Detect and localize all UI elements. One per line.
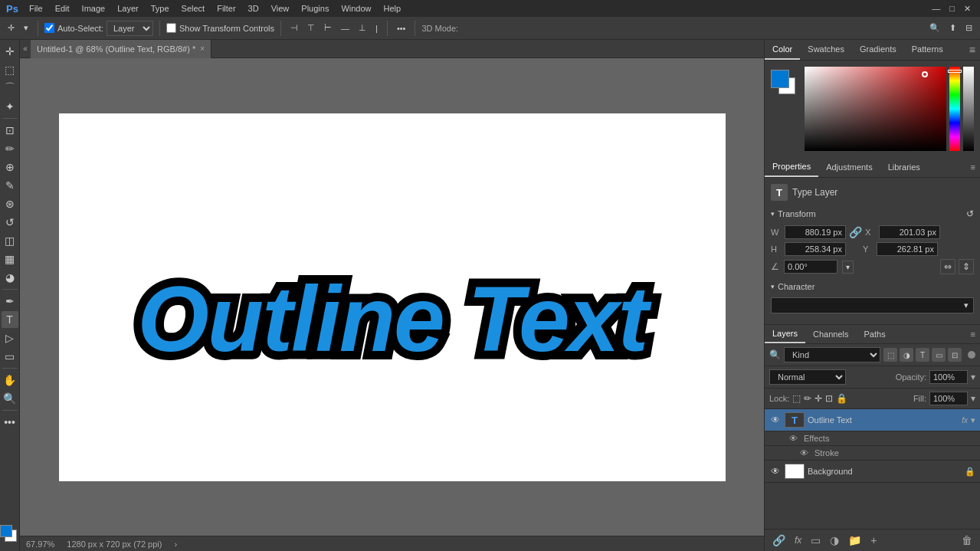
add-style-btn[interactable]: fx: [792, 533, 805, 547]
menu-window[interactable]: Window: [335, 2, 377, 15]
spot-heal-tool[interactable]: ⊕: [2, 159, 18, 175]
canvas-tab[interactable]: Untitled-1 @ 68% (Outline Text, RGB/8#) …: [31, 40, 211, 58]
move-tool[interactable]: ✛: [2, 43, 18, 60]
menu-edit[interactable]: Edit: [49, 2, 76, 15]
filter-smart-btn[interactable]: ⊡: [948, 348, 962, 362]
share-btn[interactable]: ⬆: [946, 21, 959, 34]
minimize-btn[interactable]: —: [929, 2, 943, 15]
close-btn[interactable]: ✕: [961, 2, 974, 15]
show-transform-checkbox[interactable]: [166, 23, 176, 33]
menu-select[interactable]: Select: [175, 2, 211, 15]
filter-type-select[interactable]: Kind Name Effect: [784, 347, 880, 362]
menu-image[interactable]: Image: [76, 2, 112, 15]
pen-tool[interactable]: ✒: [2, 293, 18, 310]
select-tool[interactable]: ⬚: [2, 61, 18, 78]
layer-select[interactable]: Layer Group: [107, 21, 153, 36]
opacity-slider[interactable]: [963, 67, 974, 151]
opacity-input[interactable]: 100%: [929, 370, 968, 384]
fill-dropdown-btn[interactable]: ▾: [971, 393, 975, 404]
link-icon[interactable]: 🔗: [849, 226, 862, 238]
align-bottom-btn[interactable]: |: [372, 22, 381, 34]
menu-help[interactable]: Help: [378, 2, 408, 15]
dodge-tool[interactable]: ◕: [2, 269, 18, 286]
align-top-btn[interactable]: —: [338, 22, 352, 34]
filter-adjust-btn[interactable]: ◑: [900, 348, 913, 362]
tab-close-btn[interactable]: ×: [200, 44, 205, 53]
align-center-h-btn[interactable]: ⊤: [304, 21, 318, 34]
menu-file[interactable]: File: [23, 2, 49, 15]
menu-plugins[interactable]: Plugins: [295, 2, 335, 15]
angle-input[interactable]: 0.00°: [784, 260, 837, 274]
transform-section-title[interactable]: ▾ Transform ↺: [771, 208, 974, 219]
tab-swatches[interactable]: Swatches: [800, 40, 852, 60]
tab-adjustments[interactable]: Adjustments: [818, 158, 880, 176]
lock-position-btn[interactable]: ✛: [814, 393, 822, 404]
filter-type-btn[interactable]: T: [916, 348, 929, 362]
align-left-btn[interactable]: ⊣: [287, 21, 301, 34]
canvas-wrapper[interactable]: Outline Text Outline Text: [20, 58, 764, 536]
layer-outline-text[interactable]: 👁 T Outline Text fx ▾: [765, 409, 980, 431]
maximize-btn[interactable]: □: [946, 2, 958, 15]
opacity-dropdown-btn[interactable]: ▾: [971, 372, 975, 382]
layer-expand-icon[interactable]: ▾: [971, 415, 975, 425]
filter-shape-btn[interactable]: ▭: [932, 348, 946, 362]
shape-tool[interactable]: ▭: [2, 348, 18, 365]
hand-tool[interactable]: ✋: [2, 372, 18, 389]
flip-h-btn[interactable]: ⇔: [940, 259, 955, 274]
tab-channels[interactable]: Channels: [805, 326, 856, 343]
tab-gradients[interactable]: Gradients: [852, 40, 904, 60]
path-select-tool[interactable]: ▷: [2, 330, 18, 346]
gradient-tool[interactable]: ▦: [2, 251, 18, 267]
panels-btn[interactable]: ⊟: [962, 21, 975, 34]
height-input[interactable]: 258.34 px: [785, 242, 846, 256]
align-right-btn[interactable]: ⊢: [321, 21, 335, 34]
stroke-eye-icon[interactable]: 👁: [800, 448, 808, 458]
tab-paths[interactable]: Paths: [857, 326, 893, 343]
fg-color[interactable]: [771, 70, 789, 88]
clone-tool[interactable]: ⊛: [2, 195, 18, 212]
bg-visibility-toggle[interactable]: 👁: [769, 465, 782, 477]
effects-eye-icon[interactable]: 👁: [789, 434, 798, 443]
angle-dropdown-btn[interactable]: ▾: [842, 261, 854, 274]
color-panel-menu-icon[interactable]: ≡: [965, 44, 980, 56]
layer-effects-group[interactable]: 👁 Effects: [765, 431, 980, 446]
width-input[interactable]: 880.19 px: [785, 225, 846, 239]
layer-visibility-toggle[interactable]: 👁: [769, 414, 782, 426]
transform-reset-icon[interactable]: ↺: [966, 208, 974, 219]
search-btn[interactable]: 🔍: [926, 21, 943, 34]
magic-wand-tool[interactable]: ✦: [2, 98, 18, 115]
move-tool-icon[interactable]: ✛: [5, 21, 18, 34]
delete-layer-btn[interactable]: 🗑: [959, 533, 975, 548]
color-spectrum[interactable]: [805, 67, 946, 151]
nav-arrow[interactable]: ›: [174, 540, 177, 549]
more-tools-btn[interactable]: •••: [2, 414, 18, 431]
filter-pixel-btn[interactable]: ⬚: [883, 348, 897, 362]
new-adjustment-btn[interactable]: ◑: [827, 533, 842, 548]
tool-options-btn[interactable]: ▾: [21, 21, 31, 34]
lock-all-btn[interactable]: 🔒: [836, 393, 847, 404]
fill-input[interactable]: 100%: [929, 392, 968, 405]
tab-properties[interactable]: Properties: [765, 157, 818, 177]
tab-libraries[interactable]: Libraries: [880, 158, 928, 176]
lock-pixels-btn[interactable]: ✏: [804, 393, 811, 404]
lasso-tool[interactable]: ⌒: [2, 80, 18, 97]
type-tool[interactable]: T: [2, 311, 18, 328]
align-center-v-btn[interactable]: ⊥: [356, 21, 369, 34]
eyedropper-tool[interactable]: ✏: [2, 140, 18, 157]
menu-layer[interactable]: Layer: [111, 2, 145, 15]
link-layers-btn[interactable]: 🔗: [769, 533, 788, 548]
layer-stroke-effect[interactable]: 👁 Stroke: [765, 446, 980, 461]
menu-3d[interactable]: 3D: [242, 2, 265, 15]
menu-view[interactable]: View: [265, 2, 296, 15]
foreground-color-swatch[interactable]: [0, 525, 12, 537]
menu-type[interactable]: Type: [145, 2, 175, 15]
lock-artboard-btn[interactable]: ⊡: [825, 393, 833, 404]
character-font-dropdown[interactable]: ▾: [771, 297, 974, 313]
zoom-tool[interactable]: 🔍: [2, 390, 18, 407]
tab-layers[interactable]: Layers: [765, 325, 805, 343]
flip-v-btn[interactable]: ⇕: [959, 259, 974, 274]
more-options-btn[interactable]: •••: [394, 22, 409, 34]
history-tool[interactable]: ↺: [2, 214, 18, 231]
new-layer-btn[interactable]: +: [867, 533, 880, 548]
character-section-title[interactable]: ▾ Character: [771, 282, 974, 291]
